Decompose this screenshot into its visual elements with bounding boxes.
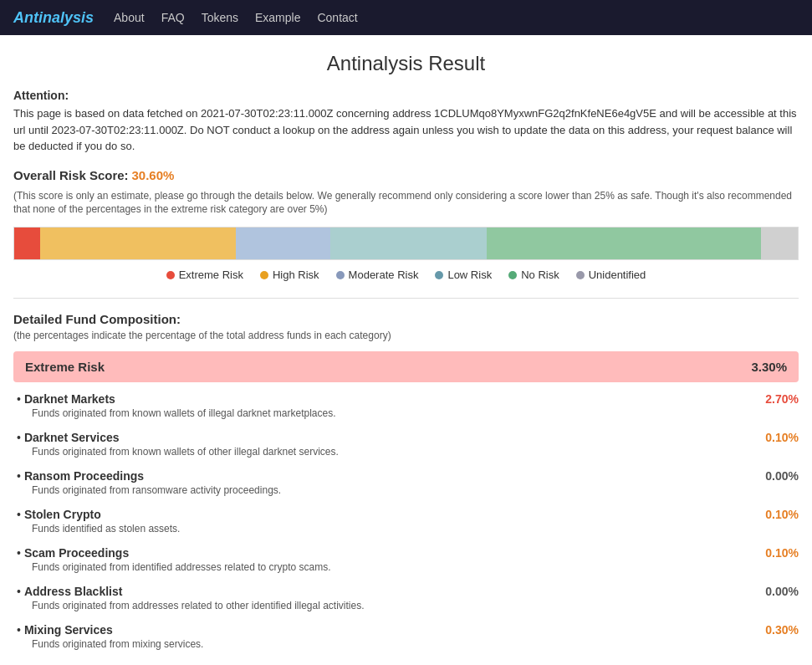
legend-label: No Risk <box>521 269 559 281</box>
legend: Extreme RiskHigh RiskModerate RiskLow Ri… <box>13 269 799 281</box>
fund-item-header: •Stolen Crypto0.10% <box>17 508 799 521</box>
legend-dot <box>508 271 517 279</box>
bullet-icon: • <box>17 546 21 560</box>
nav-contact[interactable]: Contact <box>317 11 357 24</box>
fund-item-pct: 0.30% <box>765 623 799 637</box>
fund-item-name-text: Mixing Services <box>24 623 113 637</box>
bullet-icon: • <box>17 585 21 598</box>
fund-item-name: •Darknet Services <box>17 431 120 444</box>
bullet-icon: • <box>17 431 21 444</box>
legend-label: Extreme Risk <box>179 269 243 281</box>
legend-label: Low Risk <box>447 269 492 281</box>
score-note: (This score is only an estimate, please … <box>13 189 799 217</box>
fund-item: •Address Blacklist0.00%Funds originated … <box>13 585 799 611</box>
fund-item-pct: 2.70% <box>765 392 799 406</box>
fund-item-name-text: Stolen Crypto <box>24 508 101 521</box>
legend-item: High Risk <box>260 269 319 281</box>
fund-item-name: •Scam Proceedings <box>17 546 129 560</box>
score-value: 30.60% <box>131 168 174 182</box>
fund-item-desc: Funds originated from ransomware activit… <box>17 484 799 496</box>
risk-bar-segment <box>14 228 40 259</box>
fund-item: •Darknet Services0.10%Funds originated f… <box>13 431 799 458</box>
fund-item-pct: 0.00% <box>765 469 799 483</box>
nav-example[interactable]: Example <box>255 11 300 24</box>
fund-item-name-text: Address Blacklist <box>24 585 123 598</box>
legend-item: Extreme Risk <box>166 269 243 281</box>
legend-label: Unidentified <box>589 269 646 281</box>
legend-item: Low Risk <box>435 269 492 281</box>
fund-item-name: •Ransom Proceedings <box>17 469 144 483</box>
legend-dot <box>260 271 268 279</box>
divider <box>13 298 799 299</box>
category-name: Extreme Risk <box>25 360 105 374</box>
brand-logo[interactable]: Antinalysis <box>13 9 94 27</box>
fund-item-header: •Scam Proceedings0.10% <box>17 546 799 560</box>
bullet-icon: • <box>17 508 21 521</box>
fund-item-name: •Darknet Markets <box>17 392 115 406</box>
nav-about[interactable]: About <box>114 11 145 24</box>
navbar: Antinalysis About FAQ Tokens Example Con… <box>0 0 812 35</box>
fund-item-name-text: Ransom Proceedings <box>24 469 144 483</box>
fund-comp-title: Detailed Fund Composition: <box>13 312 799 326</box>
fund-item-pct: 0.00% <box>765 585 799 598</box>
nav-tokens[interactable]: Tokens <box>202 11 238 24</box>
fund-item-desc: Funds originated from known wallets of o… <box>17 446 799 458</box>
categories-container: Extreme Risk3.30%•Darknet Markets2.70%Fu… <box>13 351 799 650</box>
fund-item: •Darknet Markets2.70%Funds originated fr… <box>13 392 799 419</box>
legend-item: No Risk <box>508 269 559 281</box>
fund-item-desc: Funds identified as stolen assets. <box>17 523 799 535</box>
page-title: Antinalysis Result <box>13 52 799 75</box>
attention-label: Attention: <box>13 89 799 102</box>
risk-bar <box>13 227 799 260</box>
legend-dot <box>166 271 175 279</box>
fund-item-desc: Funds originated from addresses related … <box>17 600 799 611</box>
fund-item-pct: 0.10% <box>765 431 799 444</box>
fund-item-header: •Ransom Proceedings0.00% <box>17 469 799 483</box>
fund-item-desc: Funds originated from known wallets of i… <box>17 407 799 419</box>
bullet-icon: • <box>17 392 21 406</box>
attention-text: This page is based on data fetched on 20… <box>13 105 799 155</box>
fund-item-name: •Stolen Crypto <box>17 508 101 521</box>
risk-bar-segment <box>236 228 329 259</box>
legend-dot <box>576 271 585 279</box>
legend-item: Moderate Risk <box>336 269 419 281</box>
attention-box: Attention: This page is based on data fe… <box>13 89 799 155</box>
category-header: Extreme Risk3.30% <box>13 351 799 382</box>
fund-item: •Scam Proceedings0.10%Funds originated f… <box>13 546 799 573</box>
main-content: Antinalysis Result Attention: This page … <box>0 35 812 665</box>
fund-item: •Stolen Crypto0.10%Funds identified as s… <box>13 508 799 535</box>
fund-item-desc: Funds originated from mixing services. <box>17 638 799 650</box>
fund-item-name-text: Darknet Services <box>24 431 120 444</box>
risk-bar-segment <box>330 228 487 259</box>
fund-item-header: •Darknet Markets2.70% <box>17 392 799 406</box>
fund-item-name-text: Darknet Markets <box>24 392 115 406</box>
fund-item-header: •Darknet Services0.10% <box>17 431 799 444</box>
bullet-icon: • <box>17 469 21 483</box>
fund-item-header: •Mixing Services0.30% <box>17 623 799 637</box>
score-label: Overall Risk Score: <box>13 168 129 182</box>
legend-label: High Risk <box>273 269 319 281</box>
risk-bar-segment <box>40 228 236 259</box>
legend-dot <box>336 271 345 279</box>
fund-item-name: •Address Blacklist <box>17 585 122 598</box>
overall-score: Overall Risk Score: 30.60% <box>13 168 799 182</box>
fund-item-name: •Mixing Services <box>17 623 113 637</box>
risk-bar-segment <box>487 228 761 259</box>
fund-item-header: •Address Blacklist0.00% <box>17 585 799 598</box>
bullet-icon: • <box>17 623 21 637</box>
risk-bar-segment <box>761 228 798 259</box>
fund-comp-note: (the percentages indicate the percentage… <box>13 330 799 341</box>
fund-item-name-text: Scam Proceedings <box>24 546 129 560</box>
fund-item: •Ransom Proceedings0.00%Funds originated… <box>13 469 799 496</box>
nav-faq[interactable]: FAQ <box>161 11 185 24</box>
legend-item: Unidentified <box>576 269 646 281</box>
legend-dot <box>435 271 443 279</box>
fund-item-desc: Funds originated from identified address… <box>17 561 799 573</box>
fund-item-pct: 0.10% <box>765 508 799 521</box>
fund-item: •Mixing Services0.30%Funds originated fr… <box>13 623 799 650</box>
category-pct: 3.30% <box>751 360 787 374</box>
legend-label: Moderate Risk <box>349 269 419 281</box>
fund-item-pct: 0.10% <box>765 546 799 560</box>
